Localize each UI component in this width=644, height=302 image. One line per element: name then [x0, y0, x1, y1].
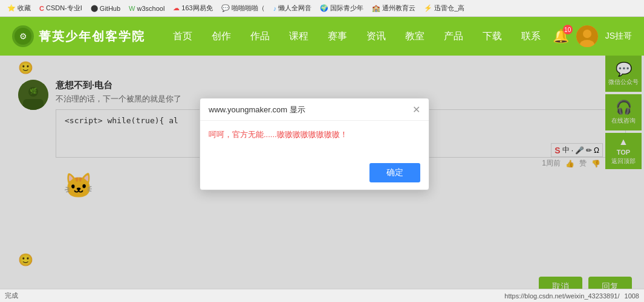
star-icon: ⭐ — [7, 4, 16, 12]
modal-message: 呵呵，官方无能......嗷嗷嗷嗷嗷嗷嗷嗷！ — [209, 129, 420, 140]
nav-home[interactable]: 首页 — [163, 17, 202, 56]
nav-right: 🔔 10 JS挂哥 — [553, 25, 632, 47]
logo-text: 菁英少年创客学院 — [39, 28, 145, 45]
nav-news[interactable]: 资讯 — [357, 17, 395, 56]
alert-dialog: www.youngmaker.com 显示 ✕ 呵呵，官方无能......嗷嗷嗷… — [200, 98, 429, 190]
nav-contest[interactable]: 赛事 — [318, 17, 357, 56]
nav-course[interactable]: 课程 — [279, 17, 318, 56]
status-number: 1008 — [625, 292, 639, 300]
user-avatar[interactable] — [576, 25, 598, 47]
page-content: S 中 · 🎤 ✏ Ω 🙂 🌿 意想不到·电台 不治理的话，下一个被黑的就是你了… — [0, 56, 644, 302]
nav-works[interactable]: 作品 — [241, 17, 279, 56]
bell-button[interactable]: 🔔 10 — [553, 28, 569, 44]
csdn-icon: C — [39, 5, 44, 12]
w3-icon: W — [129, 5, 135, 12]
github-icon: ⬤ — [91, 4, 98, 12]
modal-overlay: www.youngmaker.com 显示 ✕ 呵呵，官方无能......嗷嗷嗷… — [0, 56, 644, 302]
nav-classroom[interactable]: 教室 — [395, 17, 434, 56]
edu-icon: 🏫 — [372, 4, 380, 12]
navbar: ⚙ 菁英少年创客学院 首页 创作 作品 课程 赛事 资讯 教室 产品 下载 联系… — [0, 17, 644, 56]
modal-body: 呵呵，官方无能......嗷嗷嗷嗷嗷嗷嗷嗷！ — [200, 121, 429, 158]
logo-icon: ⚙ — [12, 25, 34, 47]
status-url: https://blog.csdn.net/weixin_43233891/ — [504, 292, 619, 300]
username-label[interactable]: JS挂哥 — [605, 31, 632, 42]
status-bar: 完成 https://blog.csdn.net/weixin_43233891… — [0, 289, 644, 302]
logo-area: ⚙ 菁英少年创客学院 — [12, 25, 145, 47]
status-text: 完成 — [5, 291, 18, 300]
163-icon: ☁ — [173, 4, 180, 12]
music-icon: ♪ — [273, 5, 277, 12]
svg-text:⚙: ⚙ — [19, 31, 27, 41]
bookmark-163[interactable]: ☁ 163网易免 — [171, 2, 215, 14]
nav-product[interactable]: 产品 — [434, 17, 473, 56]
bookmark-intl[interactable]: 🌍 国际青少年 — [317, 2, 366, 14]
bookmark-music[interactable]: ♪ 懒人全网音 — [271, 2, 314, 14]
bookmark-edu[interactable]: 🏫 通州教育云 — [369, 2, 418, 14]
bookmark-chat[interactable]: 💬 啪啪啪啪（ — [219, 2, 267, 14]
svg-point-3 — [583, 30, 591, 38]
notification-badge: 10 — [563, 25, 573, 34]
bookmark-favorites[interactable]: ⭐ 收藏 — [5, 2, 33, 14]
confirm-button[interactable]: 确定 — [369, 163, 420, 182]
nav-create[interactable]: 创作 — [202, 17, 241, 56]
bookmark-github[interactable]: ⬤ GitHub — [88, 3, 123, 13]
bookmark-csdn[interactable]: C CSDN-专业I — [37, 2, 85, 14]
bookmark-thunder[interactable]: ⚡ 迅雷仓_高 — [421, 2, 467, 14]
modal-footer: 确定 — [200, 158, 429, 190]
chat-icon: 💬 — [221, 4, 230, 12]
status-right: https://blog.csdn.net/weixin_43233891/ 1… — [504, 292, 639, 300]
nav-contact[interactable]: 联系 — [512, 17, 550, 56]
modal-close-button[interactable]: ✕ — [412, 105, 420, 115]
nav-download[interactable]: 下载 — [473, 17, 512, 56]
modal-title: www.youngmaker.com 显示 — [209, 104, 305, 115]
bookmark-w3school[interactable]: W w3school — [126, 4, 167, 13]
globe-icon: 🌍 — [320, 4, 328, 12]
modal-header: www.youngmaker.com 显示 ✕ — [200, 98, 429, 121]
bookmarks-bar: ⭐ 收藏 C CSDN-专业I ⬤ GitHub W w3school ☁ 16… — [0, 0, 644, 17]
nav-links: 首页 创作 作品 课程 赛事 资讯 教室 产品 下载 联系 — [163, 17, 553, 56]
thunder-icon: ⚡ — [424, 4, 432, 12]
